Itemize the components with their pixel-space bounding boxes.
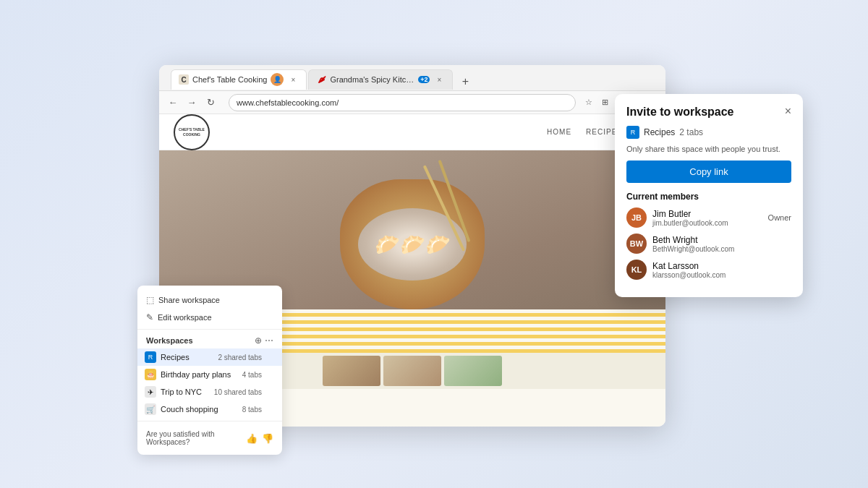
thumbs-buttons: 👍 👎: [246, 433, 273, 444]
tab-grandmas-kitchen[interactable]: 🌶 Grandma's Spicy Kitchen +2 ×: [308, 69, 453, 90]
add-workspace-icon[interactable]: ⊕: [255, 335, 262, 346]
member-info-kat: Kat Larsson klarsson@outlook.com: [652, 261, 786, 279]
recipes-tabs: 2 shared tabs: [218, 354, 262, 361]
nav-buttons: ← → ↻: [165, 95, 218, 111]
copy-link-button[interactable]: Copy link: [626, 160, 791, 183]
member-info-beth: Beth Wright BethWright@outlook.com: [652, 235, 786, 253]
dumplings-emoji: 🥟🥟🥟: [375, 233, 451, 257]
workspace-couch[interactable]: 🛒 Couch shopping 8 tabs ⋯: [137, 401, 282, 418]
address-url: www.chefstablecooking.com/: [237, 98, 339, 107]
member-row-kat: KL Kat Larsson klarsson@outlook.com: [626, 260, 791, 280]
tab2-title: Grandma's Spicy Kitchen: [330, 75, 414, 84]
edit-icon: ✎: [146, 312, 153, 322]
dialog-ws-name: Recipes: [644, 127, 675, 137]
dumpling-bowl: 🥟🥟🥟: [340, 179, 485, 309]
tab1-favicon: C: [179, 74, 189, 85]
section-action-icons: ⊕ ⋯: [255, 335, 273, 346]
forward-button[interactable]: →: [184, 95, 200, 111]
thumb-2: [383, 356, 441, 386]
nyc-tabs: 10 shared tabs: [214, 388, 262, 396]
workspace-recipes[interactable]: R Recipes 2 shared tabs ⋯: [137, 348, 282, 366]
member-avatar-kat: KL: [626, 260, 647, 280]
birthday-tabs: 4 tabs: [242, 371, 262, 379]
birthday-icon: 🎂: [145, 369, 156, 380]
couch-name: Couch shopping: [161, 405, 238, 414]
tab-chefs-table[interactable]: C Chef's Table Cooking 👤 ×: [171, 69, 307, 90]
collections-icon[interactable]: ⊞: [597, 95, 612, 110]
member-avatar-jim: JB: [626, 207, 647, 228]
birthday-name: Birthday party plans: [161, 370, 238, 379]
site-header: CHEF'S TABLECOOKING HOME RECIPES A...: [159, 114, 665, 150]
member-name-kat: Kat Larsson: [652, 261, 786, 271]
dialog-ws-icon: R: [626, 126, 639, 139]
new-tab-button[interactable]: +: [457, 74, 473, 90]
nav-home: HOME: [547, 128, 571, 136]
dialog-header: Invite to workspace ×: [626, 106, 791, 119]
satisfaction-question: Are you satisfied with Workspaces?: [146, 430, 246, 446]
tab1-close-icon[interactable]: ×: [287, 74, 299, 85]
workspace-birthday[interactable]: 🎂 Birthday party plans 4 tabs ⋯: [137, 366, 282, 383]
tab1-title: Chef's Table Cooking: [192, 75, 267, 84]
star-icon[interactable]: ☆: [582, 95, 596, 110]
member-info-jim: Jim Butler jim.butler@outlook.com: [652, 209, 762, 227]
nyc-name: Trip to NYC: [161, 388, 210, 396]
edit-workspace-label: Edit workspace: [158, 313, 212, 322]
recipes-name: Recipes: [161, 353, 213, 361]
share-workspace-label: Share workspace: [158, 296, 220, 304]
address-bar[interactable]: www.chefstablecooking.com/: [229, 94, 576, 111]
share-workspace-item[interactable]: ⬚ Share workspace: [137, 291, 282, 309]
tab2-user-count: +2: [418, 76, 430, 83]
back-button[interactable]: ←: [165, 95, 181, 111]
recipes-icon: R: [145, 351, 156, 363]
workspaces-section-header: Workspaces ⊕ ⋯: [137, 333, 282, 348]
dialog-share-note: Only share this space with people you tr…: [626, 145, 791, 153]
more-options-icon[interactable]: ⋯: [265, 335, 273, 346]
member-row-jim: JB Jim Butler jim.butler@outlook.com Own…: [626, 207, 791, 228]
thumbs-down-button[interactable]: 👎: [262, 433, 273, 444]
footer-divider: [137, 421, 282, 421]
thumb-3: [444, 356, 502, 386]
workspace-panel: ⬚ Share workspace ✎ Edit workspace Works…: [137, 286, 282, 455]
invite-workspace-dialog: Invite to workspace × R Recipes 2 tabs O…: [615, 94, 803, 297]
couch-icon: 🛒: [145, 403, 156, 415]
edit-workspace-item[interactable]: ✎ Edit workspace: [137, 309, 282, 326]
workspaces-section-label: Workspaces: [146, 336, 193, 345]
member-role-jim: Owner: [768, 213, 791, 222]
site-logo: CHEF'S TABLECOOKING: [174, 114, 210, 150]
tab2-favicon: 🌶: [316, 74, 326, 85]
share-icon: ⬚: [146, 295, 154, 305]
member-row-beth: BW Beth Wright BethWright@outlook.com: [626, 234, 791, 254]
dialog-close-button[interactable]: ×: [785, 106, 791, 117]
reload-button[interactable]: ↻: [203, 95, 218, 111]
members-section-title: Current members: [626, 192, 791, 202]
member-email-beth: BethWright@outlook.com: [652, 245, 786, 253]
browser-titlebar: C Chef's Table Cooking 👤 × 🌶 Grandma's S…: [159, 65, 665, 91]
workspace-nyc[interactable]: ✈ Trip to NYC 10 shared tabs ⋯: [137, 383, 282, 401]
member-email-jim: jim.butler@outlook.com: [652, 219, 762, 227]
member-avatar-beth: BW: [626, 234, 647, 254]
dialog-title: Invite to workspace: [626, 106, 734, 119]
panel-divider: [137, 329, 282, 330]
member-email-kat: klarsson@outlook.com: [652, 271, 786, 279]
couch-tabs: 8 tabs: [242, 406, 262, 414]
tab1-avatar: 👤: [271, 73, 284, 86]
browser-toolbar: ← → ↻ www.chefstablecooking.com/ ☆ ⊞ 👤 R…: [159, 91, 665, 114]
member-name-jim: Jim Butler: [652, 209, 762, 219]
nyc-icon: ✈: [145, 386, 156, 398]
thumb-1: [323, 356, 380, 386]
tab2-close-icon[interactable]: ×: [433, 74, 445, 85]
thumbs-up-button[interactable]: 👍: [246, 433, 258, 444]
member-name-beth: Beth Wright: [652, 235, 786, 245]
satisfaction-footer: Are you satisfied with Workspaces? 👍 👎: [137, 424, 282, 449]
dialog-ws-tabs: 2 tabs: [679, 127, 703, 137]
dialog-workspace-info: R Recipes 2 tabs: [626, 126, 791, 139]
logo-text: CHEF'S TABLECOOKING: [179, 127, 205, 137]
